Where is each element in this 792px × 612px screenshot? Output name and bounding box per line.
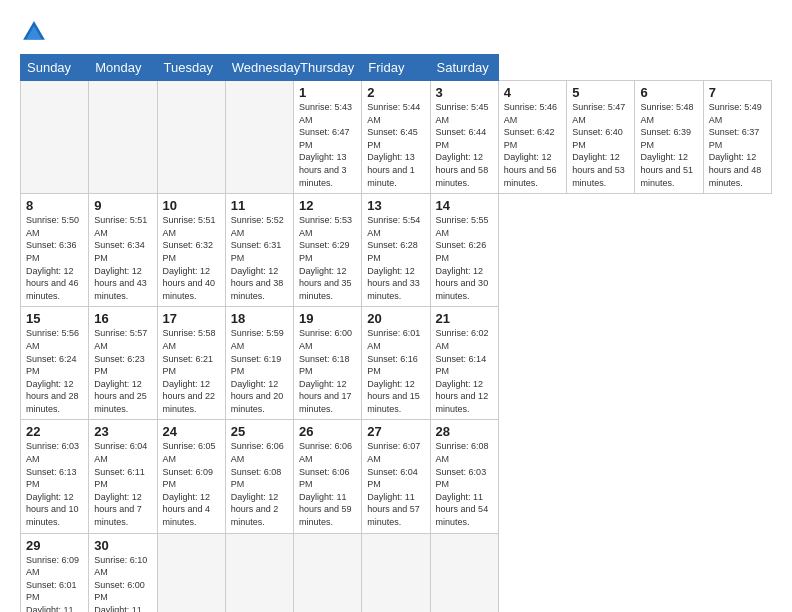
day-number: 16 bbox=[94, 311, 151, 326]
day-info: Sunrise: 5:58 AMSunset: 6:21 PMDaylight:… bbox=[163, 327, 220, 415]
calendar-cell: 25Sunrise: 6:06 AMSunset: 6:08 PMDayligh… bbox=[225, 420, 293, 533]
day-number: 21 bbox=[436, 311, 493, 326]
calendar-cell: 28Sunrise: 6:08 AMSunset: 6:03 PMDayligh… bbox=[430, 420, 498, 533]
day-info: Sunrise: 5:51 AMSunset: 6:32 PMDaylight:… bbox=[163, 214, 220, 302]
weekday-header-wednesday: Wednesday bbox=[225, 55, 293, 81]
day-info: Sunrise: 5:49 AMSunset: 6:37 PMDaylight:… bbox=[709, 101, 766, 189]
day-number: 9 bbox=[94, 198, 151, 213]
weekday-header-tuesday: Tuesday bbox=[157, 55, 225, 81]
calendar-cell bbox=[89, 81, 157, 194]
day-number: 30 bbox=[94, 538, 151, 553]
day-info: Sunrise: 6:05 AMSunset: 6:09 PMDaylight:… bbox=[163, 440, 220, 528]
calendar-cell: 26Sunrise: 6:06 AMSunset: 6:06 PMDayligh… bbox=[294, 420, 362, 533]
day-number: 7 bbox=[709, 85, 766, 100]
day-number: 17 bbox=[163, 311, 220, 326]
day-info: Sunrise: 5:55 AMSunset: 6:26 PMDaylight:… bbox=[436, 214, 493, 302]
day-number: 25 bbox=[231, 424, 288, 439]
day-number: 8 bbox=[26, 198, 83, 213]
day-number: 1 bbox=[299, 85, 356, 100]
calendar-cell: 8Sunrise: 5:50 AMSunset: 6:36 PMDaylight… bbox=[21, 194, 89, 307]
calendar-cell: 21Sunrise: 6:02 AMSunset: 6:14 PMDayligh… bbox=[430, 307, 498, 420]
calendar-cell bbox=[362, 533, 430, 612]
calendar-cell bbox=[294, 533, 362, 612]
calendar-cell bbox=[157, 533, 225, 612]
day-info: Sunrise: 6:00 AMSunset: 6:18 PMDaylight:… bbox=[299, 327, 356, 415]
day-number: 2 bbox=[367, 85, 424, 100]
day-number: 22 bbox=[26, 424, 83, 439]
day-number: 6 bbox=[640, 85, 697, 100]
day-info: Sunrise: 6:01 AMSunset: 6:16 PMDaylight:… bbox=[367, 327, 424, 415]
day-number: 12 bbox=[299, 198, 356, 213]
calendar-cell bbox=[225, 533, 293, 612]
day-number: 5 bbox=[572, 85, 629, 100]
day-info: Sunrise: 5:52 AMSunset: 6:31 PMDaylight:… bbox=[231, 214, 288, 302]
calendar: SundayMondayTuesdayWednesdayThursdayFrid… bbox=[20, 54, 772, 612]
day-number: 3 bbox=[436, 85, 493, 100]
calendar-cell bbox=[21, 81, 89, 194]
calendar-cell: 27Sunrise: 6:07 AMSunset: 6:04 PMDayligh… bbox=[362, 420, 430, 533]
calendar-cell: 24Sunrise: 6:05 AMSunset: 6:09 PMDayligh… bbox=[157, 420, 225, 533]
calendar-cell: 3Sunrise: 5:45 AMSunset: 6:44 PMDaylight… bbox=[430, 81, 498, 194]
weekday-header-sunday: Sunday bbox=[21, 55, 89, 81]
calendar-cell: 6Sunrise: 5:48 AMSunset: 6:39 PMDaylight… bbox=[635, 81, 703, 194]
calendar-cell: 7Sunrise: 5:49 AMSunset: 6:37 PMDaylight… bbox=[703, 81, 771, 194]
calendar-cell bbox=[225, 81, 293, 194]
day-info: Sunrise: 5:46 AMSunset: 6:42 PMDaylight:… bbox=[504, 101, 561, 189]
day-info: Sunrise: 5:45 AMSunset: 6:44 PMDaylight:… bbox=[436, 101, 493, 189]
calendar-cell: 11Sunrise: 5:52 AMSunset: 6:31 PMDayligh… bbox=[225, 194, 293, 307]
day-info: Sunrise: 5:44 AMSunset: 6:45 PMDaylight:… bbox=[367, 101, 424, 189]
day-number: 19 bbox=[299, 311, 356, 326]
day-info: Sunrise: 5:59 AMSunset: 6:19 PMDaylight:… bbox=[231, 327, 288, 415]
calendar-cell bbox=[157, 81, 225, 194]
day-info: Sunrise: 5:57 AMSunset: 6:23 PMDaylight:… bbox=[94, 327, 151, 415]
day-number: 23 bbox=[94, 424, 151, 439]
day-info: Sunrise: 6:08 AMSunset: 6:03 PMDaylight:… bbox=[436, 440, 493, 528]
day-info: Sunrise: 5:50 AMSunset: 6:36 PMDaylight:… bbox=[26, 214, 83, 302]
calendar-cell: 16Sunrise: 5:57 AMSunset: 6:23 PMDayligh… bbox=[89, 307, 157, 420]
weekday-header-thursday: Thursday bbox=[294, 55, 362, 81]
day-info: Sunrise: 5:56 AMSunset: 6:24 PMDaylight:… bbox=[26, 327, 83, 415]
day-number: 18 bbox=[231, 311, 288, 326]
day-info: Sunrise: 6:06 AMSunset: 6:06 PMDaylight:… bbox=[299, 440, 356, 528]
calendar-cell: 17Sunrise: 5:58 AMSunset: 6:21 PMDayligh… bbox=[157, 307, 225, 420]
day-number: 13 bbox=[367, 198, 424, 213]
calendar-cell: 30Sunrise: 6:10 AMSunset: 6:00 PMDayligh… bbox=[89, 533, 157, 612]
day-info: Sunrise: 5:53 AMSunset: 6:29 PMDaylight:… bbox=[299, 214, 356, 302]
day-number: 15 bbox=[26, 311, 83, 326]
day-info: Sunrise: 6:02 AMSunset: 6:14 PMDaylight:… bbox=[436, 327, 493, 415]
calendar-cell: 20Sunrise: 6:01 AMSunset: 6:16 PMDayligh… bbox=[362, 307, 430, 420]
calendar-cell: 5Sunrise: 5:47 AMSunset: 6:40 PMDaylight… bbox=[567, 81, 635, 194]
logo bbox=[20, 18, 52, 46]
day-info: Sunrise: 6:06 AMSunset: 6:08 PMDaylight:… bbox=[231, 440, 288, 528]
calendar-cell: 13Sunrise: 5:54 AMSunset: 6:28 PMDayligh… bbox=[362, 194, 430, 307]
day-number: 10 bbox=[163, 198, 220, 213]
weekday-header-saturday: Saturday bbox=[430, 55, 498, 81]
day-number: 26 bbox=[299, 424, 356, 439]
calendar-cell: 4Sunrise: 5:46 AMSunset: 6:42 PMDaylight… bbox=[498, 81, 566, 194]
day-info: Sunrise: 5:43 AMSunset: 6:47 PMDaylight:… bbox=[299, 101, 356, 189]
calendar-cell: 10Sunrise: 5:51 AMSunset: 6:32 PMDayligh… bbox=[157, 194, 225, 307]
calendar-cell: 19Sunrise: 6:00 AMSunset: 6:18 PMDayligh… bbox=[294, 307, 362, 420]
calendar-cell: 9Sunrise: 5:51 AMSunset: 6:34 PMDaylight… bbox=[89, 194, 157, 307]
logo-icon bbox=[20, 18, 48, 46]
day-number: 20 bbox=[367, 311, 424, 326]
day-info: Sunrise: 6:09 AMSunset: 6:01 PMDaylight:… bbox=[26, 554, 83, 612]
day-info: Sunrise: 6:04 AMSunset: 6:11 PMDaylight:… bbox=[94, 440, 151, 528]
day-info: Sunrise: 6:03 AMSunset: 6:13 PMDaylight:… bbox=[26, 440, 83, 528]
calendar-cell: 2Sunrise: 5:44 AMSunset: 6:45 PMDaylight… bbox=[362, 81, 430, 194]
day-number: 28 bbox=[436, 424, 493, 439]
day-info: Sunrise: 6:07 AMSunset: 6:04 PMDaylight:… bbox=[367, 440, 424, 528]
day-number: 11 bbox=[231, 198, 288, 213]
day-info: Sunrise: 5:47 AMSunset: 6:40 PMDaylight:… bbox=[572, 101, 629, 189]
calendar-cell: 14Sunrise: 5:55 AMSunset: 6:26 PMDayligh… bbox=[430, 194, 498, 307]
calendar-cell: 29Sunrise: 6:09 AMSunset: 6:01 PMDayligh… bbox=[21, 533, 89, 612]
day-info: Sunrise: 5:54 AMSunset: 6:28 PMDaylight:… bbox=[367, 214, 424, 302]
calendar-cell: 18Sunrise: 5:59 AMSunset: 6:19 PMDayligh… bbox=[225, 307, 293, 420]
calendar-cell: 12Sunrise: 5:53 AMSunset: 6:29 PMDayligh… bbox=[294, 194, 362, 307]
day-number: 14 bbox=[436, 198, 493, 213]
day-info: Sunrise: 5:51 AMSunset: 6:34 PMDaylight:… bbox=[94, 214, 151, 302]
calendar-cell bbox=[430, 533, 498, 612]
day-info: Sunrise: 5:48 AMSunset: 6:39 PMDaylight:… bbox=[640, 101, 697, 189]
day-info: Sunrise: 6:10 AMSunset: 6:00 PMDaylight:… bbox=[94, 554, 151, 612]
calendar-cell: 15Sunrise: 5:56 AMSunset: 6:24 PMDayligh… bbox=[21, 307, 89, 420]
